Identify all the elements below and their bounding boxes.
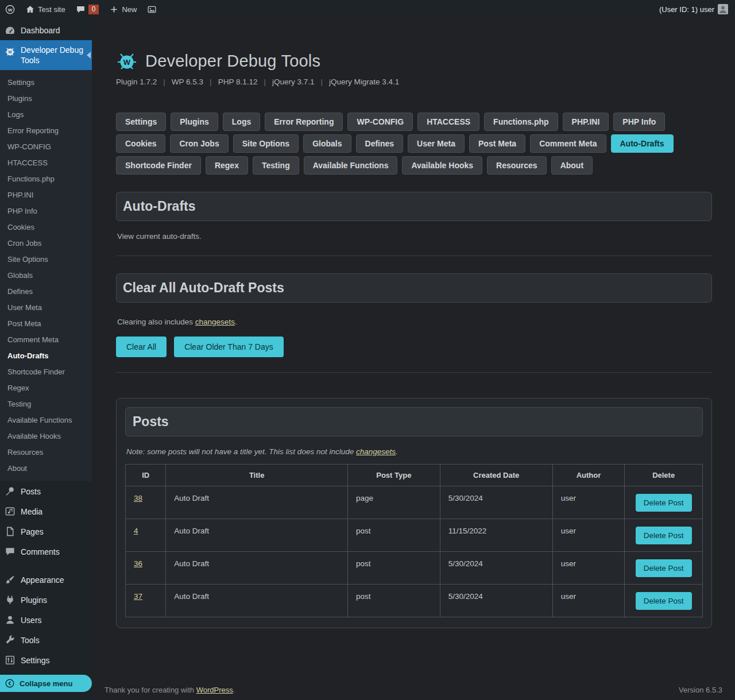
posts-note-text: Note: some posts will not have a title y… bbox=[126, 447, 356, 456]
sidebar-sub-php-info[interactable]: PHP Info bbox=[0, 203, 92, 219]
sidebar-item-dashboard[interactable]: Dashboard bbox=[0, 18, 92, 40]
sidebar-item-tools[interactable]: Tools bbox=[0, 630, 92, 650]
tab-comment-meta[interactable]: Comment Meta bbox=[530, 134, 606, 153]
column-header-title: Title bbox=[166, 465, 348, 486]
sidebar-sub-regex[interactable]: Regex bbox=[0, 380, 92, 396]
comments-count-badge: 0 bbox=[88, 5, 99, 14]
cell-post-type: post bbox=[347, 519, 440, 552]
sidebar-sub-about[interactable]: About bbox=[0, 460, 92, 476]
plugin-logo-icon: W bbox=[116, 51, 138, 71]
sidebar-item-posts[interactable]: Posts bbox=[0, 481, 92, 501]
site-home-link[interactable]: Test site bbox=[20, 0, 71, 18]
sidebar-item-comments[interactable]: Comments bbox=[0, 542, 92, 562]
tab-plugins[interactable]: Plugins bbox=[171, 113, 218, 131]
tab-php-ini[interactable]: PHP.INI bbox=[563, 113, 609, 131]
tab-error-reporting[interactable]: Error Reporting bbox=[265, 113, 343, 131]
clear-note-text: Clearing also includes bbox=[117, 318, 195, 326]
clear-section-title: Clear All Auto-Draft Posts bbox=[116, 273, 712, 303]
sidebar-sub-resources[interactable]: Resources bbox=[0, 444, 92, 460]
sidebar-item-settings[interactable]: Settings bbox=[0, 650, 92, 670]
sidebar-item-media[interactable]: Media bbox=[0, 501, 92, 521]
meta-plugin-version: Plugin 1.7.2 bbox=[116, 78, 172, 86]
sidebar-sub-comment-meta[interactable]: Comment Meta bbox=[0, 331, 92, 347]
tab-user-meta[interactable]: User Meta bbox=[408, 134, 465, 153]
sidebar-item-users[interactable]: Users bbox=[0, 610, 92, 630]
sidebar-sub-error-reporting[interactable]: Error Reporting bbox=[0, 122, 92, 138]
wordpress-menu[interactable]: W bbox=[0, 0, 20, 18]
sidebar-item-developer-debug-tools[interactable]: W Developer Debug Tools bbox=[0, 40, 92, 70]
tab-settings[interactable]: Settings bbox=[116, 113, 166, 131]
sidebar-sub-plugins[interactable]: Plugins bbox=[0, 90, 92, 106]
sidebar-sub-functions-php[interactable]: Functions.php bbox=[0, 171, 92, 187]
column-header-created-date: Created Date bbox=[440, 465, 552, 486]
sidebar-sub-available-functions[interactable]: Available Functions bbox=[0, 412, 92, 428]
tab-cookies[interactable]: Cookies bbox=[116, 134, 165, 153]
tab-htaccess[interactable]: HTACCESS bbox=[417, 113, 479, 131]
cell-delete: Delete Post bbox=[625, 519, 703, 552]
tab-wp-config[interactable]: WP-CONFIG bbox=[347, 113, 413, 131]
wordpress-link[interactable]: WordPress bbox=[196, 686, 233, 694]
changesets-link[interactable]: changesets bbox=[356, 447, 396, 456]
sidebar-sub-globals[interactable]: Globals bbox=[0, 267, 92, 283]
sidebar-sub-shortcode-finder[interactable]: Shortcode Finder bbox=[0, 363, 92, 380]
sidebar-sub-php-ini[interactable]: PHP.INI bbox=[0, 187, 92, 203]
tab-defines[interactable]: Defines bbox=[356, 134, 404, 153]
sidebar-sub-wp-config[interactable]: WP-CONFIG bbox=[0, 138, 92, 154]
delete-post-button[interactable]: Delete Post bbox=[636, 592, 692, 610]
auto-drafts-description: View current auto-drafts. bbox=[117, 232, 711, 241]
new-button[interactable]: New bbox=[104, 0, 142, 18]
tab-auto-drafts[interactable]: Auto-Drafts bbox=[611, 134, 674, 153]
tab-php-info[interactable]: PHP Info bbox=[613, 113, 665, 131]
meta-php-version: PHP 8.1.12 bbox=[218, 78, 272, 86]
sidebar-sub-defines[interactable]: Defines bbox=[0, 283, 92, 299]
delete-post-button[interactable]: Delete Post bbox=[636, 527, 692, 544]
posts-table: ID Title Post Type Created Date Author D… bbox=[125, 464, 703, 617]
sidebar-sub-user-meta[interactable]: User Meta bbox=[0, 299, 92, 315]
post-id-link[interactable]: 38 bbox=[134, 494, 142, 502]
tab-about[interactable]: About bbox=[551, 156, 593, 175]
tab-functions-php[interactable]: Functions.php bbox=[484, 113, 558, 131]
cell-id: 4 bbox=[126, 519, 166, 552]
image-icon bbox=[147, 5, 157, 14]
changesets-link[interactable]: changesets bbox=[195, 318, 235, 326]
delete-post-button[interactable]: Delete Post bbox=[636, 559, 692, 577]
sidebar-sub-testing[interactable]: Testing bbox=[0, 396, 92, 412]
clear-all-button[interactable]: Clear All bbox=[116, 337, 167, 357]
delete-post-button[interactable]: Delete Post bbox=[636, 494, 692, 512]
tab-site-options[interactable]: Site Options bbox=[233, 134, 299, 153]
tab-regex[interactable]: Regex bbox=[206, 156, 248, 175]
media-shortcut[interactable] bbox=[142, 0, 162, 18]
clear-older-button[interactable]: Clear Older Than 7 Days bbox=[174, 337, 284, 357]
sidebar-item-pages[interactable]: Pages bbox=[0, 521, 92, 542]
post-id-link[interactable]: 36 bbox=[134, 559, 142, 568]
sidebar-item-appearance[interactable]: Appearance bbox=[0, 570, 92, 590]
sidebar-sub-htaccess[interactable]: HTACCESS bbox=[0, 154, 92, 171]
tab-post-meta[interactable]: Post Meta bbox=[469, 134, 525, 153]
tab-available-hooks[interactable]: Available Hooks bbox=[402, 156, 482, 175]
sidebar-sub-site-options[interactable]: Site Options bbox=[0, 251, 92, 267]
sidebar-sub-cookies[interactable]: Cookies bbox=[0, 219, 92, 235]
appearance-icon bbox=[5, 574, 16, 585]
table-row: 37 Auto Draft post 5/30/2024 user Delete… bbox=[126, 585, 703, 617]
sidebar-sub-logs[interactable]: Logs bbox=[0, 106, 92, 122]
clear-buttons: Clear All Clear Older Than 7 Days bbox=[116, 337, 712, 357]
sidebar-item-plugins[interactable]: Plugins bbox=[0, 590, 92, 610]
collapse-menu-button[interactable]: Collapse menu bbox=[0, 675, 92, 692]
tab-testing[interactable]: Testing bbox=[253, 156, 299, 175]
post-id-link[interactable]: 4 bbox=[134, 527, 138, 535]
sidebar-sub-post-meta[interactable]: Post Meta bbox=[0, 315, 92, 331]
tab-resources[interactable]: Resources bbox=[487, 156, 547, 175]
tab-globals[interactable]: Globals bbox=[303, 134, 351, 153]
cell-created-date: 5/30/2024 bbox=[440, 486, 552, 519]
tab-cron-jobs[interactable]: Cron Jobs bbox=[170, 134, 228, 153]
tab-logs[interactable]: Logs bbox=[223, 113, 260, 131]
post-id-link[interactable]: 37 bbox=[134, 592, 142, 601]
comments-shortcut[interactable]: 0 bbox=[71, 0, 105, 18]
sidebar-sub-settings[interactable]: Settings bbox=[0, 74, 92, 90]
account-menu[interactable]: (User ID: 1) user bbox=[659, 4, 735, 14]
tab-shortcode-finder[interactable]: Shortcode Finder bbox=[116, 156, 201, 175]
tab-available-functions[interactable]: Available Functions bbox=[304, 156, 398, 175]
sidebar-sub-cron-jobs[interactable]: Cron Jobs bbox=[0, 235, 92, 251]
sidebar-sub-available-hooks[interactable]: Available Hooks bbox=[0, 428, 92, 444]
sidebar-sub-auto-drafts[interactable]: Auto-Drafts bbox=[0, 347, 92, 363]
